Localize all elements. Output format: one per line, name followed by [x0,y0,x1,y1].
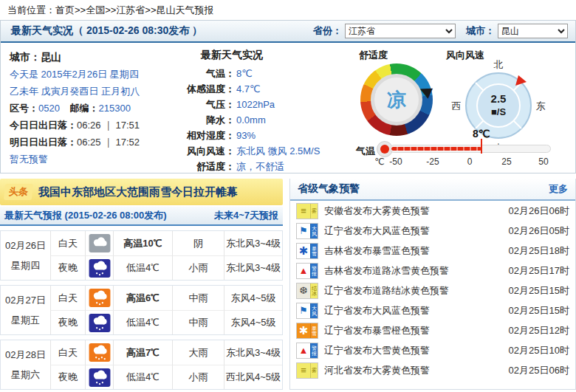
forecast-day-row: 02月27日 星期五 白天 高温6℃ 中雨 东风4~5级 夜晚 低温4℃ 中雨 … [0,285,283,335]
comfort-gauge-title: 舒适度 [359,49,388,62]
headline-title[interactable]: 我国中东部地区大范围雨雪今日拉开帷幕 [38,185,238,199]
forecast-wind: 东北风3~4级 [224,231,282,255]
forecast-weather: 中雨 [172,286,224,310]
forecast-panel: 头条 我国中东部地区大范围雨雪今日拉开帷幕 最新天气预报 (2015-02-26… [0,179,283,390]
warning-list-item[interactable]: ▲警报 吉林省发布道路冰雪黄色预警 02月25日17时 [290,261,575,281]
weather-overcast-icon [89,234,111,252]
compass-inner-circle [477,84,520,127]
snow-orange-warning-icon: ✱暴雪 [296,323,318,339]
forecast-period: 夜晚 [50,310,85,334]
headline-badge: 头条 [4,184,33,200]
area-code-value: 0520 [38,103,60,114]
warning-text[interactable]: 辽宁省发布暴雪橙色预警 [318,324,509,337]
forecast-high-temp: 高温10℃ [113,231,172,255]
warning-list-item[interactable]: ≡雾 河北省发布大雾黄色预警 02月25日06时 [290,360,575,380]
wind-value: 东北风 微风 2.5M/S [235,143,320,159]
snow-warning-icon: ✱暴雪 [296,243,318,259]
forecast-period: 白天 [50,231,85,255]
forecast-wind: 东风4~5级 [224,310,282,334]
city-select[interactable]: 昆山 [498,24,568,38]
warning-text[interactable]: 辽宁省发布大风蓝色预警 [318,304,509,317]
warning-list-item[interactable]: ⚑大风 辽宁省发布大风蓝色预警 02月25日15时 [290,300,575,320]
live-conditions-title: 最新天气实况（ 2015-02-26 08:30发布 ） [1,24,303,38]
warning-time: 02月25日10时 [509,344,569,357]
forecast-period: 白天 [50,340,85,365]
city-name: 城市：昆山 [10,49,167,66]
comfort-value: 凉，不舒适 [235,159,284,174]
warning-list-item[interactable]: ✱暴雪 辽宁省发布暴雪橙色预警 02月25日12时 [290,320,575,340]
warning-time: 02月25日06时 [509,364,569,377]
compass-west-label: 西 [452,100,462,111]
warning-text[interactable]: 安徽省发布大雾黄色预警 [318,204,509,218]
warning-time: 02月25日15时 [509,284,569,298]
province-label: 省份： [313,24,342,38]
province-warnings-panel: 省级气象预警 更多 ≡雾 安徽省发布大雾黄色预警 02月26日06时 ⚑大风 辽… [289,179,576,390]
breadcrumb-path[interactable]: 首页>>全国>>江苏省>>昆山天气预报 [55,4,214,16]
warning-text[interactable]: 辽宁省发布大雪黄色预警 [318,344,509,357]
pressure-label: 气压： [167,97,235,112]
thermo-tick: -50 [389,157,402,167]
warnings-header: 省级气象预警 更多 [290,179,575,201]
humidity-value: 93% [235,128,256,143]
warning-time: 02月26日05时 [509,224,569,238]
warning-list-item[interactable]: ≡雾 安徽省发布大雾黄色预警 02月26日06时 [290,201,575,221]
forecast-weather: 大雨 [172,340,224,365]
temp-value: 8℃ [235,66,253,81]
weather-light-rain-night-icon [89,259,111,278]
precip-label: 降水： [167,112,235,128]
no-warning-link[interactable]: 暂无预警 [10,151,167,168]
forecast-weather: 小雨 [172,365,224,389]
thermo-tick: -25 [426,157,439,167]
comfort-pointer-icon: ◀ [417,81,433,100]
temp-label: 气温： [167,66,235,81]
alert-warning-icon: ▲警报 [296,343,318,359]
headline-bar[interactable]: 头条 我国中东部地区大范围雨雪今日拉开帷幕 [0,179,283,205]
weather-rain-night-icon [89,314,111,332]
warning-list-item[interactable]: ⚑大风 辽宁省发布大风蓝色预警 02月26日05时 [290,221,575,241]
live-conditions-panel: 最新天气实况（ 2015-02-26 08:30发布 ） 省份： 江苏省 城市：… [0,20,576,173]
warning-text[interactable]: 辽宁省发布大风蓝色预警 [318,224,509,238]
warning-list-item[interactable]: ✱暴雪 吉林省发布暴雪蓝色预警 02月25日18时 [290,241,575,261]
warning-text[interactable]: 吉林省发布暴雪蓝色预警 [318,244,509,258]
sunrise-tomorrow-label: 明日日出日落： [10,137,77,148]
warning-time: 02月25日12时 [509,324,569,337]
wind-speed-unit: ■/S [491,106,506,117]
warning-list-item[interactable]: ❆结冰 辽宁省发布道路结冰黄色预警 02月25日15时 [290,281,575,300]
warnings-more-link[interactable]: 更多 [549,182,575,196]
thermo-tick: 50 [538,157,548,167]
sunrise-today-value: 06:26 ｜ 17:51 [77,120,140,131]
thermometer-fill [391,147,481,151]
compass-north-label: 北 [494,59,504,70]
forecast-header: 最新天气预报 (2015-02-26 08:00发布) 未来4~7天预报 [0,207,283,226]
forecast-weather: 中雨 [172,310,224,334]
forecast-wind: 东风4~5级 [224,286,282,310]
weather-light-rain-night-icon [89,368,111,387]
warning-text[interactable]: 吉林省发布道路冰雪黄色预警 [318,264,509,278]
gauges-panel: 舒适度 风向风速 凉 ◀ 2.5 ■/S 北 东 [352,47,575,174]
wind-warning-icon: ⚑大风 [296,303,318,319]
sunrise-tomorrow-value: 06:25 ｜ 17:52 [77,137,140,148]
forecast-period: 夜晚 [50,255,85,280]
forecast-weekday: 星期四 [11,259,40,272]
compass-east-label: 东 [536,100,546,111]
breadcrumb-label: 当前位置： [7,4,55,16]
forecast-day-row: 02月28日 星期六 白天 高温7℃ 大雨 东北风3~4级 夜晚 低温4℃ 小雨… [0,340,283,390]
weather-heavy-rain-day-icon [89,343,111,362]
comfort-label: 舒适度： [167,159,235,174]
fog-warning-icon: ≡雾 [296,203,318,219]
warning-text[interactable]: 河北省发布大雾黄色预警 [318,364,509,377]
zip-code-label: 邮编： [70,103,99,114]
forecast-wind: 东北风3~4级 [224,340,282,365]
sunrise-today-label: 今日日出日落： [10,120,77,131]
alert-warning-icon: ▲警报 [296,263,318,279]
forecast-period: 白天 [50,286,85,310]
warning-time: 02月25日15时 [509,304,569,317]
thermometer-current-value: 8℃ [473,128,490,140]
forecast-wind: 东北风3~4级 [224,255,282,280]
warning-list-item[interactable]: ▲警报 辽宁省发布大雪黄色预警 02月25日10时 [290,340,575,360]
warning-text[interactable]: 辽宁省发布道路结冰黄色预警 [318,284,509,298]
lunar-date: 乙未年 戊寅月癸酉日 正月初八 [10,83,167,100]
province-select[interactable]: 江苏省 [345,24,456,38]
forecast-future-link[interactable]: 未来4~7天预报 [214,209,283,222]
thermo-tick: 25 [501,157,511,167]
